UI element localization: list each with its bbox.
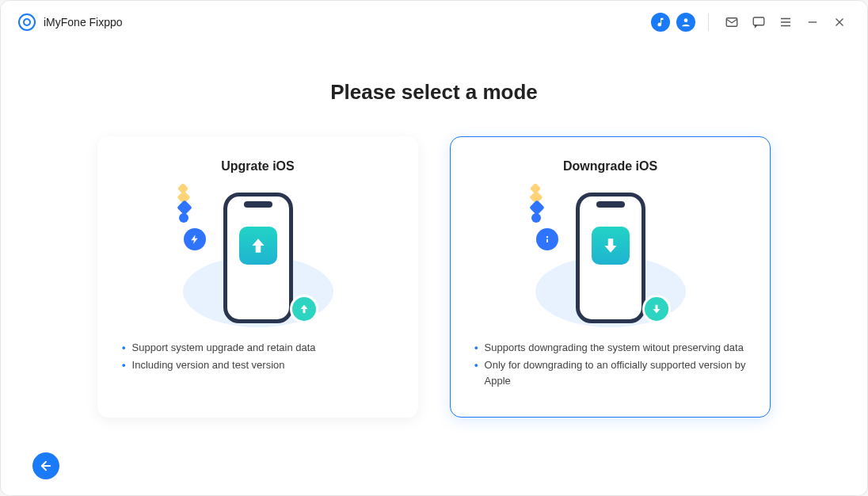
user-icon[interactable] — [676, 13, 695, 32]
arrow-down-circle-icon — [642, 295, 671, 323]
content-area: Please select a mode Upgrate iOS — [1, 40, 867, 495]
card-title: Upgrate iOS — [221, 159, 294, 174]
app-window: iMyFone Fixppo — [0, 0, 868, 496]
titlebar-right — [651, 12, 850, 32]
svg-rect-4 — [546, 238, 548, 242]
menu-icon[interactable] — [775, 12, 796, 32]
card-title: Downgrade iOS — [563, 159, 657, 174]
bullet-text: Including version and test version — [132, 357, 285, 373]
downgrade-illustration — [531, 185, 690, 327]
phone-icon — [223, 193, 293, 323]
bullet-text: Support system upgrade and retain data — [132, 340, 316, 356]
bullet-text: Only for downgrading to an officially su… — [485, 357, 746, 389]
svg-rect-2 — [753, 17, 764, 25]
page-heading: Please select a mode — [330, 80, 538, 105]
card-downgrade-ios[interactable]: Downgrade iOS — [450, 136, 771, 418]
app-title: iMyFone Fixppo — [44, 16, 123, 29]
phone-icon — [576, 193, 645, 323]
titlebar: iMyFone Fixppo — [1, 1, 867, 40]
info-icon — [536, 228, 558, 250]
minimize-button[interactable] — [802, 12, 823, 32]
svg-point-3 — [546, 236, 547, 238]
upgrade-illustration — [179, 185, 337, 327]
back-button[interactable] — [32, 452, 59, 479]
music-icon[interactable] — [651, 13, 670, 32]
downgrade-bullets: Supports downgrading the system witout p… — [473, 335, 748, 395]
titlebar-left: iMyFone Fixppo — [18, 13, 123, 31]
mail-icon[interactable] — [721, 12, 742, 32]
app-logo-icon — [18, 13, 36, 31]
mode-cards: Upgrate iOS — [80, 136, 788, 418]
titlebar-divider — [708, 13, 709, 31]
upgrade-bullets: Support system upgrade and retain data I… — [120, 335, 318, 380]
bullet-text: Supports downgrading the system witout p… — [485, 340, 744, 356]
arrow-up-icon — [239, 227, 277, 265]
bolt-icon — [184, 228, 206, 250]
chat-icon[interactable] — [748, 12, 769, 32]
close-button[interactable] — [829, 12, 850, 32]
card-upgrade-ios[interactable]: Upgrate iOS — [97, 136, 418, 418]
arrow-up-circle-icon — [290, 295, 318, 323]
arrow-down-icon — [592, 227, 630, 265]
svg-point-0 — [684, 18, 688, 22]
arrow-left-icon — [39, 459, 53, 473]
